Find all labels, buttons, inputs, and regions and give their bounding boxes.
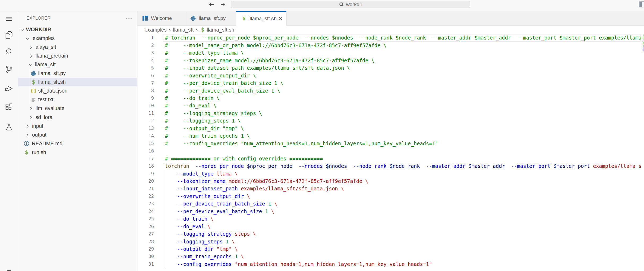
tab-welcome[interactable]: Welcome (137, 11, 185, 26)
breadcrumb-item[interactable]: examples (145, 27, 167, 33)
minimap-mark (643, 35, 644, 35)
code-line-text: # --config_overrides "num_attention_head… (165, 140, 438, 147)
breadcrumb-item[interactable]: llama_sft (173, 27, 194, 33)
minimap[interactable] (641, 34, 644, 271)
line-number: 15 (137, 140, 154, 147)
tree-item-output[interactable]: output (18, 130, 137, 139)
line-number: 19 (137, 170, 154, 177)
tree-item-label: alaya_sft (36, 43, 56, 51)
minimap-mark (643, 37, 644, 37)
tree-item-test-txt[interactable]: test.txt (18, 95, 137, 104)
code-line-30: 30 --num_train_epochs 1 \ (137, 253, 644, 260)
tree-item-sft-data-json[interactable]: {}sft_data.json (18, 86, 137, 95)
editor-group: Welcomellama_sft.py$llama_sft.sh example… (137, 11, 644, 271)
chevron-down-icon (20, 27, 24, 32)
code-line-2: 2# --model_name_or_path model://6bbd76c3… (137, 42, 644, 49)
code-editor[interactable]: 1# torchrun --nproc_per_node $nproc_per_… (137, 34, 644, 271)
code-line-16: 16 (137, 147, 644, 155)
tree-item-llm-evaluate[interactable]: llm_evaluate (18, 104, 137, 113)
code-line-20: 20 --tokenizer_name model://6bbd76c3-671… (137, 177, 644, 185)
code-line-3: 3# --model_type llama \ (137, 49, 644, 56)
tab-bar: Welcomellama_sft.py$llama_sft.sh (137, 11, 644, 26)
tree-item-input[interactable]: input (18, 122, 137, 130)
code-line-15: 15# --config_overrides "num_attention_he… (137, 140, 644, 147)
tab-llama-sft-sh[interactable]: $llama_sft.sh (236, 11, 287, 26)
tree-item-llama-sft-py[interactable]: llama_sft.py (18, 69, 137, 78)
minimap-mark (643, 36, 644, 36)
line-number: 26 (137, 223, 154, 230)
minimap-mark (643, 43, 644, 44)
tree-item-llama-sft-sh[interactable]: $llama_sft.sh (18, 78, 137, 86)
code-line-text: # --per_device_train_batch_size 1 \ (165, 79, 283, 87)
line-number: 25 (137, 215, 154, 222)
line-number: 8 (137, 87, 154, 94)
close-icon[interactable] (278, 16, 283, 21)
code-line-23: 23 --per_device_train_batch_size 1 \ (137, 200, 644, 207)
chevron-right-icon (25, 124, 30, 128)
minimap-mark (643, 41, 644, 41)
chevron-right-icon (29, 45, 33, 49)
minimap-mark (643, 38, 644, 38)
tree-item-sd-lora[interactable]: sd_lora (18, 113, 137, 122)
code-line-8: 8# --per_device_eval_batch_size 1 \ (137, 87, 644, 94)
tree-item-llama-pretrain[interactable]: llama_pretrain (18, 51, 137, 60)
activity-bar-item-testing[interactable] (0, 121, 18, 133)
code-line-22: 22 --overwrite_output_dir \ (137, 193, 644, 200)
forward-arrow-icon[interactable] (219, 1, 226, 8)
minimap-mark (643, 49, 644, 49)
activity-bar-item-source-control[interactable] (0, 63, 18, 76)
code-line-text: # --logging_strategy steps \ (165, 110, 262, 117)
minimap-mark (643, 42, 644, 42)
tree-item-run-sh[interactable]: $run.sh (18, 148, 137, 157)
code-line-text: --input_dataset_path examples/llama_sft/… (165, 185, 344, 192)
ellipsis-icon[interactable] (126, 11, 132, 25)
minimap-mark (643, 47, 644, 48)
files-icon (5, 30, 14, 40)
code-line-25: 25 --do_train \ (137, 215, 644, 222)
tree-item-examples[interactable]: examples (18, 34, 137, 43)
line-number: 20 (137, 177, 154, 185)
info-icon (23, 140, 30, 147)
breadcrumb-item[interactable]: llama_sft.sh (207, 27, 234, 33)
tree-item-label: llama_sft (35, 60, 56, 69)
command-center-search[interactable]: workdir (231, 1, 470, 8)
activity-bar-item-account[interactable] (0, 268, 18, 271)
toggle-sidebar-icon[interactable] (639, 1, 644, 7)
tree-item-readme-md[interactable]: README.md (18, 139, 137, 148)
activity-bar (0, 11, 18, 271)
code-line-28: 28 --logging_steps 1 \ (137, 238, 644, 245)
minimap-mark (643, 38, 644, 38)
text-lines-icon (30, 97, 37, 103)
code-line-21: 21 --input_dataset_path examples/llama_s… (137, 185, 644, 192)
tree-item-label: README.md (32, 139, 62, 148)
line-number: 17 (137, 155, 154, 162)
activity-bar-item-extensions[interactable] (0, 101, 18, 113)
code-line-text: # --per_device_eval_batch_size 1 \ (165, 87, 280, 94)
minimap-mark (643, 45, 644, 46)
tree-item-llama-sft[interactable]: llama_sft (18, 60, 137, 69)
code-line-text: # --overwrite_output_dir \ (165, 72, 256, 79)
line-number: 3 (137, 49, 154, 56)
shell-icon: $ (242, 16, 246, 21)
code-line-17: 17# ============= or with config overrid… (137, 155, 644, 162)
activity-bar-item-search[interactable] (0, 45, 18, 58)
code-line-text: torchrun --nproc_per_node $nproc_per_nod… (165, 162, 644, 170)
code-line-text: # --do_eval \ (165, 102, 217, 109)
extensions-icon (5, 103, 14, 112)
tab-llama-sft-py[interactable]: llama_sft.py (185, 11, 236, 26)
line-number: 7 (137, 79, 154, 87)
tree-item-label: llm_evaluate (36, 104, 64, 113)
activity-bar-item-menu[interactable] (0, 12, 18, 25)
python-icon (190, 15, 196, 21)
minimap-mark (643, 51, 644, 51)
activity-bar-item-explorer[interactable] (0, 29, 18, 41)
shell-icon: $ (32, 79, 35, 85)
back-arrow-icon[interactable] (208, 1, 215, 8)
tree-item-workdir[interactable]: WORKDIR (18, 25, 137, 34)
tree-item-alaya-sft[interactable]: alaya_sft (18, 43, 137, 51)
line-number: 1 (137, 34, 154, 41)
activity-bar-item-run-and-debug[interactable] (0, 82, 18, 95)
account-icon (4, 270, 14, 271)
title-bar: workdir (0, 0, 644, 11)
source-control-icon (5, 65, 14, 74)
